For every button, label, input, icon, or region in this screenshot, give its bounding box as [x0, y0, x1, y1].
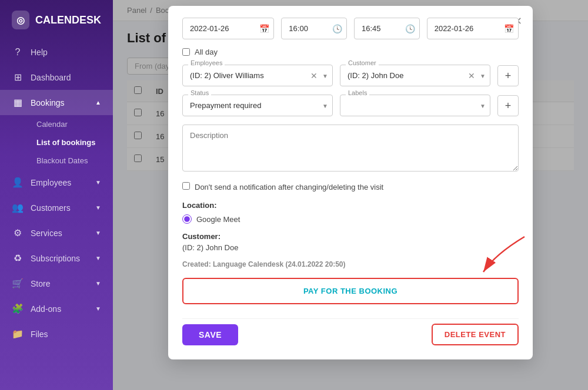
sidebar-item-list-of-bookings[interactable]: List of bookings: [31, 133, 113, 152]
customers-icon: 👥: [12, 202, 24, 213]
sidebar-item-label: Store: [31, 279, 50, 288]
bookings-icon: ▦: [12, 97, 24, 108]
sidebar-item-label: Employees: [31, 178, 71, 187]
bookings-arrow: ▲: [95, 99, 101, 106]
save-button[interactable]: SAVE: [182, 324, 238, 345]
pay-for-booking-btn[interactable]: PAY FOR THE BOOKING: [182, 278, 519, 304]
list-of-bookings-label: List of bookings: [36, 138, 95, 147]
allday-checkbox[interactable]: [182, 48, 190, 56]
status-select-wrapper: Prepayment required ▼: [182, 95, 333, 116]
created-label: Created:: [182, 260, 211, 268]
dashboard-icon: ⊞: [12, 72, 24, 83]
blackout-dates-label: Blackout Dates: [36, 156, 88, 165]
sidebar-item-subscriptions[interactable]: ♻ Subscriptions ▼: [0, 246, 113, 271]
pay-btn-container: PAY FOR THE BOOKING: [182, 278, 519, 314]
sidebar-item-dashboard[interactable]: ⊞ Dashboard: [0, 65, 113, 90]
employees-label: Employees: [188, 59, 225, 66]
labels-select-wrapper: ▼: [340, 95, 490, 116]
store-arrow: ▼: [95, 280, 101, 287]
created-info: Created: Language Calendesk (24.01.2022 …: [182, 260, 519, 268]
googlemeet-label[interactable]: Google Meet: [196, 215, 240, 224]
subscriptions-icon: ♻: [12, 253, 24, 264]
logo-icon: ◎: [12, 11, 29, 29]
googlemeet-radio[interactable]: [182, 214, 192, 224]
customer-label: Customer: [346, 59, 379, 66]
employee-clear-btn[interactable]: ✕: [310, 71, 318, 80]
status-label: Status: [188, 89, 211, 96]
customer-display-value: (ID: 2) John Doe: [182, 243, 519, 252]
sidebar-item-label: Customers: [31, 203, 71, 213]
created-value: Language Calendesk (24.01.2022 20:50): [213, 260, 345, 268]
addons-arrow: ▼: [95, 305, 101, 312]
allday-label[interactable]: All day: [195, 48, 218, 56]
customers-arrow: ▼: [95, 204, 101, 211]
sidebar-item-bookings[interactable]: ▦ Bookings ▲: [0, 90, 113, 115]
sidebar-item-calendar[interactable]: Calendar: [31, 115, 113, 133]
files-icon: 📁: [12, 328, 24, 339]
location-label: Location:: [182, 201, 519, 210]
add-customer-btn[interactable]: +: [497, 65, 519, 86]
description-textarea[interactable]: [182, 125, 519, 172]
customer-field: Customer (ID: 2) John Doe ✕ ▼: [340, 65, 490, 86]
location-section: Location: Google Meet: [182, 201, 519, 224]
booking-modal: ✕ 📅 🕓 🕓 📅 All day: [168, 6, 533, 359]
start-time-field: 🕓: [281, 18, 347, 39]
sidebar-item-addons[interactable]: 🧩 Add-ons ▼: [0, 296, 113, 321]
sidebar-item-store[interactable]: 🛒 Store ▼: [0, 271, 113, 296]
sidebar-item-label: Subscriptions: [31, 254, 80, 263]
sidebar-item-customers[interactable]: 👥 Customers ▼: [0, 195, 113, 220]
end-date-field: 📅: [427, 18, 519, 39]
allday-row: All day: [182, 48, 519, 56]
customer-select-wrapper: (ID: 2) John Doe ✕ ▼: [340, 65, 490, 86]
end-date-input[interactable]: [427, 18, 519, 39]
app-logo[interactable]: ◎ CALENDESK: [0, 0, 113, 40]
sidebar-item-label: Files: [31, 330, 48, 339]
bookings-submenu: Calendar List of bookings Blackout Dates: [0, 115, 113, 170]
delete-event-button[interactable]: DELETE EVENT: [432, 324, 519, 345]
subscriptions-arrow: ▼: [95, 255, 101, 261]
employees-field: Employees (ID: 2) Oliver Williams ✕ ▼: [182, 65, 333, 86]
calendar-label: Calendar: [36, 120, 68, 129]
help-icon: ?: [12, 47, 24, 58]
store-icon: 🛒: [12, 278, 24, 289]
notify-row: Don't send a notification after changing…: [182, 182, 519, 193]
end-time-input[interactable]: [354, 18, 420, 39]
sidebar-item-label: Add-ons: [31, 304, 61, 314]
add-label-btn[interactable]: +: [497, 95, 519, 116]
end-time-field: 🕓: [354, 18, 420, 39]
employees-arrow: ▼: [95, 179, 101, 186]
status-field: Status Prepayment required ▼: [182, 95, 333, 116]
customer-section-label: Customer:: [182, 232, 519, 241]
employees-icon: 👤: [12, 177, 24, 188]
modal-footer: SAVE DELETE EVENT: [182, 318, 519, 345]
sidebar-item-label: Bookings: [31, 98, 65, 107]
sidebar-item-help[interactable]: ? Help: [0, 40, 113, 65]
employee-select-wrapper: (ID: 2) Oliver Williams ✕ ▼: [182, 65, 333, 86]
status-labels-row: Status Prepayment required ▼ Labels ▼ +: [182, 95, 519, 116]
sidebar-item-label: Dashboard: [31, 73, 71, 82]
modal-overlay[interactable]: ✕ 📅 🕓 🕓 📅 All day: [113, 0, 588, 390]
employee-customer-row: Employees (ID: 2) Oliver Williams ✕ ▼ Cu…: [182, 65, 519, 86]
description-field: [182, 125, 519, 174]
sidebar-item-blackout-dates[interactable]: Blackout Dates: [31, 152, 113, 170]
sidebar: ◎ CALENDESK ? Help ⊞ Dashboard ▦ Booking…: [0, 0, 113, 390]
services-icon: ⚙: [12, 227, 24, 238]
start-time-input[interactable]: [281, 18, 347, 39]
location-option-google-meet[interactable]: Google Meet: [182, 214, 519, 224]
services-arrow: ▼: [95, 230, 101, 236]
sidebar-item-services[interactable]: ⚙ Services ▼: [0, 220, 113, 246]
customer-clear-btn[interactable]: ✕: [468, 71, 475, 80]
notify-checkbox[interactable]: [182, 182, 190, 190]
sidebar-item-label: Services: [31, 228, 62, 238]
labels-label: Labels: [346, 89, 369, 96]
notify-label[interactable]: Don't send a notification after changing…: [195, 182, 383, 193]
sidebar-item-files[interactable]: 📁 Files: [0, 321, 113, 347]
customer-info-section: Customer: (ID: 2) John Doe: [182, 232, 519, 252]
start-date-input[interactable]: [182, 18, 274, 39]
start-date-field: 📅: [182, 18, 274, 39]
sidebar-item-employees[interactable]: 👤 Employees ▼: [0, 170, 113, 195]
status-select[interactable]: Prepayment required: [182, 95, 333, 116]
datetime-row: 📅 🕓 🕓 📅: [182, 18, 519, 39]
labels-field: Labels ▼: [340, 95, 490, 116]
labels-select[interactable]: [340, 95, 490, 116]
